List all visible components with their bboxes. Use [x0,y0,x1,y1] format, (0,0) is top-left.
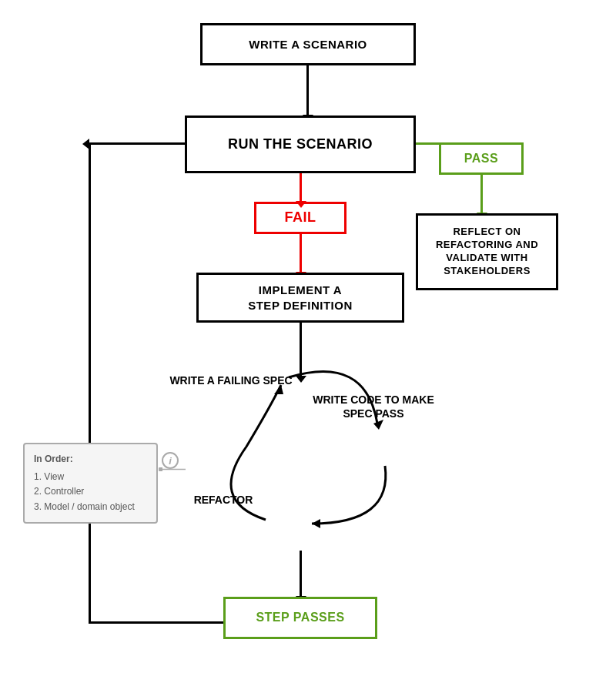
return-line-vertical [89,145,91,624]
info-arrow-line [159,460,160,462]
implement-step-box: IMPLEMENT A STEP DEFINITION [196,273,404,323]
return-line-top [89,142,186,145]
cycle-arrows [169,347,431,547]
info-box: In Order: 1. View 2. Controller 3. Model… [23,443,158,524]
svg-marker-0 [373,420,383,430]
reflect-box: REFLECT ON REFACTORING AND VALIDATE WITH… [416,213,558,290]
pass-label-box: PASS [439,142,524,175]
run-scenario-box: RUN THE SCENARIO [185,116,416,173]
info-box-item-2: 2. Controller [34,484,147,499]
info-box-item-3: 3. Model / domain object [34,500,147,514]
diagram-container: WRITE A SCENARIO RUN THE SCENARIO FAIL I… [0,0,616,683]
arrow-pass-to-reflect [480,175,483,213]
return-line-bottom [89,621,223,624]
info-box-item-1: 1. View [34,470,147,484]
write-scenario-box: WRITE A SCENARIO [200,23,416,65]
arrow-run-to-pass [416,142,439,145]
svg-marker-1 [312,519,320,528]
info-icon[interactable]: i [162,452,179,469]
arrow-write-to-run [306,65,309,116]
step-passes-box: STEP PASSES [223,597,377,639]
info-box-title: In Order: [34,452,147,467]
arrow-cycle-to-step-passes [300,551,302,597]
arrow-fail-to-implement [300,234,302,273]
svg-marker-2 [274,385,283,394]
arrow-run-to-fail [300,173,302,202]
